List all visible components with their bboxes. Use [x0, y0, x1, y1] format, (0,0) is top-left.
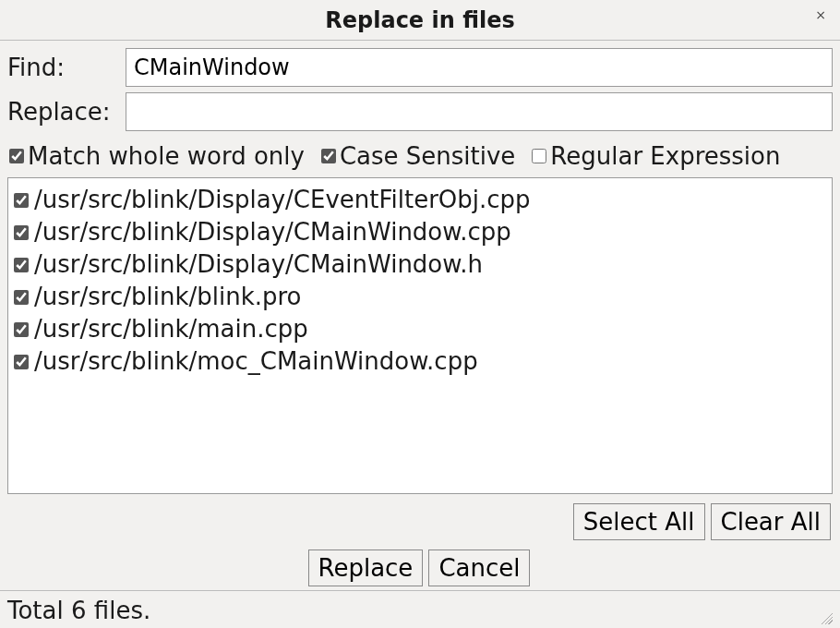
replace-row: Replace: [7, 92, 833, 131]
file-checkbox[interactable] [14, 355, 29, 369]
file-checkbox[interactable] [14, 258, 29, 272]
dialog-content: Find: Replace: Match whole word only Cas… [0, 41, 840, 590]
cancel-button[interactable]: Cancel [428, 550, 530, 586]
case-sensitive-label: Case Sensitive [340, 142, 515, 170]
statusbar: Total 6 files. [0, 590, 840, 628]
file-row[interactable]: /usr/src/blink/blink.pro [14, 281, 826, 313]
file-path: /usr/src/blink/Display/CEventFilterObj.c… [34, 184, 531, 216]
file-row[interactable]: /usr/src/blink/Display/CEventFilterObj.c… [14, 184, 826, 216]
file-list[interactable]: /usr/src/blink/Display/CEventFilterObj.c… [7, 177, 833, 494]
find-label: Find: [7, 54, 126, 81]
file-row[interactable]: /usr/src/blink/Display/CMainWindow.h [14, 248, 826, 281]
file-row[interactable]: /usr/src/blink/moc_CMainWindow.cpp [14, 345, 826, 378]
find-input[interactable] [126, 48, 833, 87]
regex-label: Regular Expression [550, 142, 780, 170]
file-row[interactable]: /usr/src/blink/Display/CMainWindow.cpp [14, 216, 826, 248]
match-whole-word-option[interactable]: Match whole word only [9, 142, 305, 170]
file-path: /usr/src/blink/main.cpp [34, 313, 308, 345]
match-whole-word-label: Match whole word only [28, 142, 305, 170]
window-title: Replace in files [325, 7, 514, 33]
match-whole-word-checkbox[interactable] [9, 149, 24, 163]
action-buttons-row: Replace Cancel [7, 550, 833, 586]
file-path: /usr/src/blink/Display/CMainWindow.cpp [34, 216, 511, 248]
close-icon[interactable]: × [812, 7, 829, 22]
file-checkbox[interactable] [14, 290, 29, 305]
replace-button[interactable]: Replace [308, 550, 424, 586]
regex-option[interactable]: Regular Expression [532, 142, 780, 170]
file-checkbox[interactable] [14, 322, 29, 337]
select-all-button[interactable]: Select All [573, 503, 705, 540]
resize-grip-icon[interactable] [818, 610, 833, 624]
options-row: Match whole word only Case Sensitive Reg… [7, 142, 833, 170]
file-path: /usr/src/blink/Display/CMainWindow.h [34, 248, 483, 281]
case-sensitive-option[interactable]: Case Sensitive [321, 142, 515, 170]
file-path: /usr/src/blink/moc_CMainWindow.cpp [34, 345, 478, 378]
replace-in-files-dialog: Replace in files × Find: Replace: Match … [0, 0, 840, 628]
file-checkbox[interactable] [14, 193, 29, 208]
status-text: Total 6 files. [7, 597, 150, 624]
replace-input[interactable] [126, 92, 833, 131]
find-row: Find: [7, 48, 833, 87]
selection-buttons-row: Select All Clear All [7, 503, 833, 540]
file-checkbox[interactable] [14, 225, 29, 240]
clear-all-button[interactable]: Clear All [711, 503, 832, 540]
case-sensitive-checkbox[interactable] [321, 149, 336, 163]
file-path: /usr/src/blink/blink.pro [34, 281, 301, 313]
titlebar: Replace in files × [0, 0, 840, 41]
replace-label: Replace: [7, 98, 126, 126]
regex-checkbox[interactable] [532, 149, 546, 163]
file-row[interactable]: /usr/src/blink/main.cpp [14, 313, 826, 345]
